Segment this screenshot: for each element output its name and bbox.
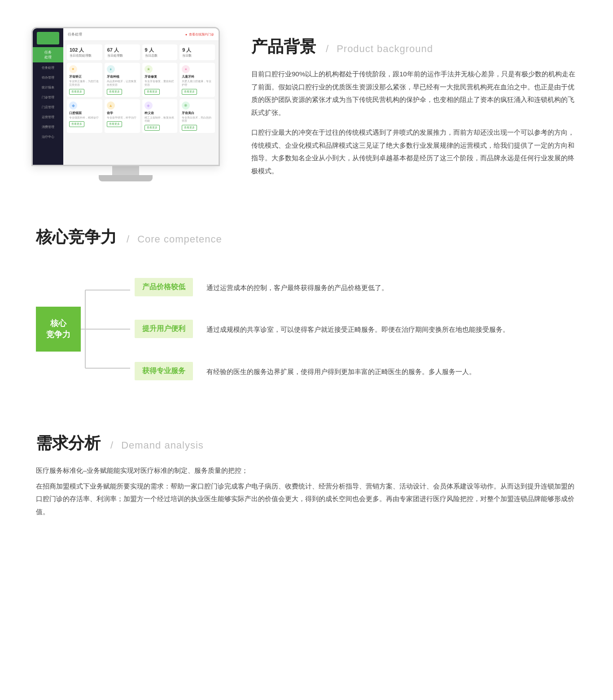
core-item-label-0: 产品价格较低 bbox=[135, 278, 193, 296]
stat-card-1: 67 人 当日处理数 bbox=[105, 44, 140, 60]
stat-card-3: 9 人 当日数 bbox=[180, 44, 215, 60]
monitor-wrapper: 任务处理 任务处理 待办管理 统计报表 门诊管理 门店管理 运营管理 消费管理 … bbox=[27, 27, 224, 181]
core-title-cn: 核心竞争力 bbox=[36, 226, 117, 248]
slash-sep-1: / bbox=[326, 43, 328, 55]
core-competence-section: 核心竞争力 / Core competence 核心竞争力 产品价格较低 通过运… bbox=[0, 199, 613, 410]
sidebar-item-active: 任务处理 bbox=[33, 47, 63, 62]
sidebar-nav-3: 统计报表 bbox=[33, 83, 63, 92]
core-item-label-2: 获得专业服务 bbox=[135, 362, 193, 380]
monitor-stand-top bbox=[112, 166, 139, 175]
slash-sep-2: / bbox=[127, 233, 129, 245]
demand-title-en: Demand analysis bbox=[121, 440, 204, 451]
app-card-2: ★ 牙齿修复 专业牙齿修复，重拾灿烂笑容 查看更多 bbox=[142, 63, 178, 97]
monitor-stand-bottom bbox=[99, 175, 153, 181]
demand-title-cn: 需求分析 bbox=[36, 432, 101, 454]
monitor-screen: 任务处理 任务处理 待办管理 统计报表 门诊管理 门店管理 运营管理 消费管理 … bbox=[33, 28, 219, 165]
core-item-row-1: 提升用户便利 通过成规模的共享诊室，可以使得客户就近接受正畸服务。即便在治疗期间… bbox=[135, 320, 509, 338]
product-bg-para-1: 目前口腔行业90%以上的机构都处于传统阶段，跟10年前的运作手法并无核心差异，只… bbox=[251, 68, 577, 119]
core-item-desc-0: 通过运营成本的控制，客户最终获得服务的产品价格更低了。 bbox=[206, 278, 509, 294]
sidebar-nav-1: 任务处理 bbox=[33, 63, 63, 72]
sidebar-nav-4: 门诊管理 bbox=[33, 93, 63, 102]
app-main: 任务处理 ● 查看在线预约门诊 102 人 当日在院处理数 bbox=[63, 28, 219, 165]
core-connector-svg bbox=[81, 271, 135, 387]
app-card-3: ● 儿童牙科 关爱儿童口腔健康，专业护理 查看更多 bbox=[180, 63, 215, 97]
core-diagram: 核心竞争力 产品价格较低 通过运营成本的控制，客户最终获得服务的产品价格更低了。… bbox=[36, 271, 577, 387]
core-item-row-0: 产品价格较低 通过运营成本的控制，客户最终获得服务的产品价格更低了。 bbox=[135, 278, 509, 296]
app-card-6: ◈ 种义齿 精工义齿制作，恢复自然功能 查看更多 bbox=[142, 99, 178, 133]
topbar-title: 任务处理 bbox=[68, 32, 82, 37]
product-background-section: 产品背景 / Product background 目前口腔行业90%以上的机构… bbox=[251, 27, 577, 177]
core-center-box: 核心竞争力 bbox=[36, 271, 81, 387]
app-logo bbox=[37, 32, 59, 44]
stats-row: 102 人 当日在院处理数 67 人 当日处理数 9 人 当日总数 bbox=[67, 44, 215, 60]
sidebar-nav-7: 消费管理 bbox=[33, 123, 63, 132]
product-bg-para-2: 口腔行业最大的冲突在于过往的传统模式遇到了井喷式的发展推力，而前方却还没出现一个… bbox=[251, 126, 577, 177]
core-items: 产品价格较低 通过运营成本的控制，客户最终获得服务的产品价格更低了。 提升用户便… bbox=[135, 271, 509, 387]
product-bg-title-en: Product background bbox=[337, 43, 433, 55]
stat-card-0: 102 人 当日在院处理数 bbox=[67, 44, 102, 60]
sidebar-nav-5: 门店管理 bbox=[33, 103, 63, 112]
app-content-area: 102 人 当日在院处理数 67 人 当日处理数 9 人 当日总数 bbox=[63, 41, 219, 165]
sidebar-nav-6: 运营管理 bbox=[33, 113, 63, 122]
sidebar-nav-2: 待办管理 bbox=[33, 73, 63, 82]
app-topbar: 任务处理 ● 查看在线预约门诊 bbox=[63, 28, 219, 41]
product-bg-content: 目前口腔行业90%以上的机构都处于传统阶段，跟10年前的运作手法并无核心差异，只… bbox=[251, 68, 577, 177]
core-item-row-2: 获得专业服务 有经验的医生的服务边界扩展，使得用户得到更加丰富的正畸医生的服务。… bbox=[135, 362, 509, 380]
demand-para-2: 在招商加盟模式下业务赋能所要实现的需求：帮助一家口腔门诊完成客户电子病历、收费统… bbox=[36, 480, 577, 519]
app-sidebar: 任务处理 任务处理 待办管理 统计报表 门诊管理 门店管理 运营管理 消费管理 … bbox=[33, 28, 63, 165]
app-card-7: ❋ 牙齿美白 专业美白技术，亮白您的笑容 查看更多 bbox=[180, 99, 215, 133]
core-item-desc-2: 有经验的医生的服务边界扩展，使得用户得到更加丰富的正畸医生的服务。多人服务一人。 bbox=[206, 362, 509, 378]
demand-content: 医疗服务标准化–业务赋能能实现对医疗标准的制定、服务质量的把控； 在招商加盟模式… bbox=[36, 464, 577, 518]
monitor-frame: 任务处理 任务处理 待办管理 统计报表 门诊管理 门店管理 运营管理 消费管理 … bbox=[31, 27, 220, 166]
product-bg-title-cn: 产品背景 bbox=[251, 36, 316, 58]
sidebar-nav-8: 治疗中心 bbox=[33, 132, 63, 141]
topbar-notification: ● 查看在线预约门诊 bbox=[185, 32, 214, 37]
cards-grid: ✦ 牙齿矫正 专业矫正服务，为您打造完美笑容 查看更多 ♦ 牙齿种植 高品质种植… bbox=[67, 63, 215, 133]
demand-para-1: 医疗服务标准化–业务赋能能实现对医疗标准的制定、服务质量的把控； bbox=[36, 464, 577, 477]
core-item-desc-1: 通过成规模的共享诊室，可以使得客户就近接受正畸服务。即便在治疗期间变换所在地也能… bbox=[206, 320, 509, 335]
core-item-label-1: 提升用户便利 bbox=[135, 320, 193, 338]
stat-card-2: 9 人 当日总数 bbox=[142, 44, 178, 60]
demand-heading: 需求分析 / Demand analysis bbox=[36, 432, 577, 454]
app-card-0: ✦ 牙齿矫正 专业矫正服务，为您打造完美笑容 查看更多 bbox=[67, 63, 102, 97]
product-bg-heading: 产品背景 / Product background bbox=[251, 36, 577, 58]
demand-analysis-section: 需求分析 / Demand analysis 医疗服务标准化–业务赋能能实现对医… bbox=[0, 410, 613, 554]
core-heading: 核心竞争力 / Core competence bbox=[36, 226, 577, 248]
app-card-1: ♦ 牙齿种植 高品质种植牙，让您恢复自然笑容 查看更多 bbox=[105, 63, 140, 97]
app-card-4: ◆ 口腔颌面 专业颌面外科，精准诊疗 查看更多 bbox=[67, 99, 102, 133]
app-sidebar-nav: 任务处理 任务处理 待办管理 统计报表 门诊管理 门店管理 运营管理 消费管理 … bbox=[33, 47, 63, 141]
slash-sep-3: / bbox=[110, 440, 113, 451]
core-center-label: 核心竞争力 bbox=[36, 307, 81, 352]
app-card-5: ▲ 齿学 专业齿学研究，科学治疗 查看更多 bbox=[105, 99, 140, 133]
hero-section: 任务处理 任务处理 待办管理 统计报表 门诊管理 门店管理 运营管理 消费管理 … bbox=[0, 0, 613, 199]
core-title-en: Core competence bbox=[137, 233, 222, 245]
